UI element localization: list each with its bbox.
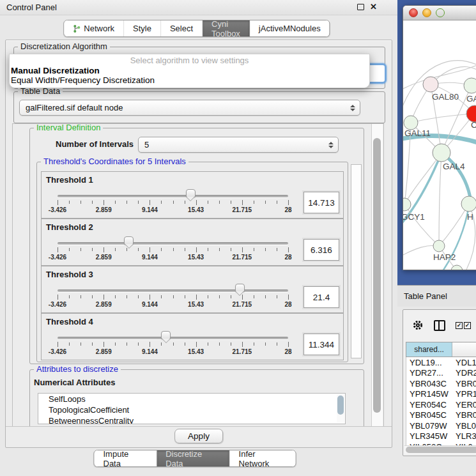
slider-tick-minor: [185, 295, 185, 298]
dropdown-option-manual-discretization[interactable]: Manual Discretization: [10, 66, 369, 75]
tab-label: jActiveMNodules: [259, 24, 321, 33]
slider-tick-minor: [81, 342, 81, 346]
slider-tick-minor: [69, 295, 70, 298]
table-row[interactable]: YBR045CYBR0: [406, 410, 476, 421]
table-row[interactable]: YDR27...YDR2: [406, 368, 476, 379]
columns-icon[interactable]: [434, 320, 445, 331]
threshold-slider-thumb[interactable]: [161, 331, 171, 342]
close-traffic-light-icon[interactable]: [409, 8, 418, 17]
threshold-slider-thumb[interactable]: [124, 236, 134, 248]
slider-tick-minor: [92, 201, 93, 204]
threshold-value-field[interactable]: 6.316: [303, 239, 339, 261]
threshold-label: Threshold 3: [46, 270, 93, 279]
slider-tick-label: 15.43: [188, 348, 204, 355]
slider-tick-label: 9.144: [142, 301, 158, 308]
tab-infer-network[interactable]: Infer Network: [230, 450, 296, 466]
tab-network[interactable]: Network: [64, 20, 124, 36]
threshold-panel: Threshold 2 -3.4262.8599.14415.4321.7152…: [41, 219, 344, 266]
slider-tick-minor: [92, 342, 93, 346]
minimize-traffic-light-icon[interactable]: [422, 8, 431, 17]
network-node-gcy1[interactable]: [403, 198, 411, 211]
table-data-combobox[interactable]: galFiltered.sif default node: [19, 100, 360, 116]
checkbox-icon[interactable]: ✓: [456, 322, 463, 329]
slider-tick-minor: [277, 295, 277, 298]
table-horizontal-scrollbar[interactable]: [404, 445, 476, 454]
tab-label: Discretize Data: [165, 450, 220, 467]
tab-cyni-toolbox[interactable]: Cyni Toolbox: [203, 20, 250, 36]
network-node-gal11[interactable]: [404, 116, 418, 130]
slider-tick-minor: [81, 295, 81, 298]
float-window-icon[interactable]: [357, 4, 364, 10]
table-cell: YLR345W: [406, 431, 452, 441]
table-panel-body: ✓ ✓ shared...na YDL19...YDL1YDR27...YDR2…: [397, 307, 476, 476]
numerical-attributes-list[interactable]: SelfLoopsTopologicalCoefficientBetweenne…: [38, 393, 346, 424]
slider-tick-major: [58, 200, 58, 205]
network-window-titlebar: [403, 6, 476, 20]
slider-tick-minor: [254, 248, 254, 251]
settings-vertical-scrollbar[interactable]: [371, 124, 383, 426]
network-node-hap2[interactable]: [433, 240, 445, 252]
attribute-item-selfloops[interactable]: SelfLoops: [38, 394, 345, 404]
gear-icon[interactable]: [412, 319, 424, 331]
threshold-slider-track[interactable]: [58, 242, 288, 245]
bottom-tab-bar: Impute DataDiscretize DataInfer Network: [94, 450, 296, 467]
slider-tick-major: [150, 295, 150, 300]
threshold-slider-track[interactable]: [58, 337, 288, 339]
close-icon[interactable]: ✕: [370, 3, 377, 11]
checkbox-icon[interactable]: ✓: [464, 322, 471, 329]
table-column-header-2[interactable]: na: [452, 342, 476, 357]
table-row[interactable]: YBL079WYBL0: [406, 420, 476, 431]
tab-impute-data[interactable]: Impute Data: [95, 450, 157, 466]
dropdown-option-equal-width-frequency-discretization[interactable]: Equal Width/Frequency Discretization: [10, 75, 369, 85]
threshold-value-field[interactable]: 21.4: [303, 286, 339, 308]
table-row[interactable]: YBR043CYBR0: [406, 378, 476, 389]
interval-definition-group: Interval Definition Number of Intervals …: [29, 128, 364, 364]
combobox-arrows-icon: [328, 142, 334, 148]
interval-definition-group-label: Interval Definition: [34, 123, 103, 132]
network-node-gal80[interactable]: [423, 77, 438, 92]
table-toolbar: ✓ ✓: [403, 310, 476, 341]
tab-label: Network: [84, 24, 114, 33]
threshold-slider-thumb[interactable]: [186, 189, 196, 201]
threshold-slider-thumb[interactable]: [235, 284, 245, 295]
slider-tick-minor: [185, 248, 185, 251]
network-node-gal4[interactable]: [433, 144, 450, 162]
attribute-item-betweennesscentrality[interactable]: BetweennessCentrality: [38, 415, 345, 424]
table-row[interactable]: YLR345WYLR3: [406, 431, 476, 442]
slider-tick-major: [58, 247, 58, 252]
right-panels: GAL80GALCGAL11GAL4GCY1HHAP2 Table Panel …: [397, 0, 476, 476]
slider-tick-minor: [277, 342, 277, 346]
slider-tick-minor: [138, 295, 139, 298]
slider-tick-major: [288, 295, 289, 300]
network-node-h[interactable]: [461, 196, 476, 211]
tab-style[interactable]: Style: [124, 20, 161, 36]
control-panel-titlebar: Control Panel ✕: [0, 0, 397, 15]
threshold-slider-track[interactable]: [58, 195, 288, 197]
threshold-label: Threshold 2: [46, 222, 93, 232]
thresholds-scrollbar[interactable]: [351, 164, 362, 358]
attribute-item-topologicalcoefficient[interactable]: TopologicalCoefficient: [38, 404, 345, 415]
table-row[interactable]: YPR145WYPR1: [406, 389, 476, 400]
slider-tick-minor: [69, 201, 70, 204]
tab-discretize-data[interactable]: Discretize Data: [157, 450, 229, 466]
top-tab-bar: NetworkStyleSelectCyni ToolboxjActiveMNo…: [63, 20, 330, 37]
table-row[interactable]: YDL19...YDL1: [406, 357, 476, 368]
threshold-value-field[interactable]: 11.344: [303, 334, 339, 355]
slider-tick-minor: [208, 201, 208, 204]
tab-jactivemnodules[interactable]: jActiveMNodules: [250, 20, 330, 36]
threshold-label: Threshold 4: [46, 317, 93, 326]
network-canvas[interactable]: GAL80GALCGAL11GAL4GCY1HHAP2: [403, 20, 476, 270]
slider-tick-minor: [185, 201, 185, 204]
zoom-traffic-light-icon[interactable]: [436, 8, 445, 17]
network-node-gal[interactable]: [464, 78, 476, 93]
threshold-value-field[interactable]: 14.713: [303, 192, 339, 213]
apply-button[interactable]: Apply: [174, 429, 223, 443]
thresholds-group: Threshold's Coordinates for 5 Intervals …: [36, 162, 348, 362]
attributes-list-scrollbar[interactable]: [337, 394, 344, 423]
table-column-header-1[interactable]: shared...: [406, 342, 452, 357]
tab-select[interactable]: Select: [161, 20, 203, 36]
table-row[interactable]: YER054CYER0: [406, 399, 476, 410]
threshold-panel: Threshold 4 -3.4262.8599.14415.4321.7152…: [41, 313, 344, 360]
number-of-intervals-combobox[interactable]: 5: [138, 137, 339, 153]
threshold-slider-track[interactable]: [58, 289, 288, 292]
